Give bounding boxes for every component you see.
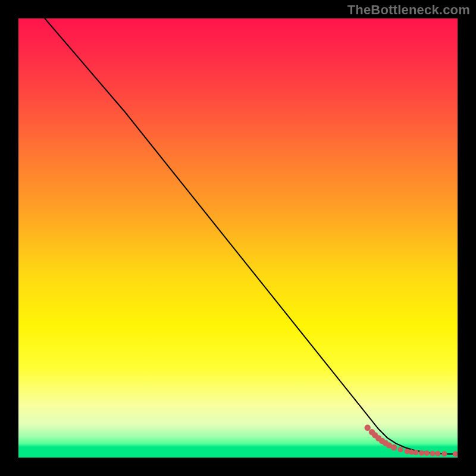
plot-svg bbox=[18, 18, 458, 458]
scatter-dot bbox=[430, 450, 435, 456]
scatter-dot bbox=[453, 452, 458, 457]
scatter-dot bbox=[391, 444, 397, 450]
chart-stage: TheBottleneck.com bbox=[0, 0, 476, 476]
scatter-dot bbox=[365, 425, 371, 431]
scatter-dot bbox=[441, 451, 447, 456]
bottleneck-curve bbox=[45, 18, 458, 454]
scatter-dot bbox=[397, 447, 403, 452]
scatter-dot bbox=[435, 451, 440, 456]
attribution-label: TheBottleneck.com bbox=[347, 2, 470, 18]
scatter-dot bbox=[419, 450, 424, 456]
plot-area bbox=[18, 18, 458, 458]
scatter-dot bbox=[413, 450, 418, 455]
scatter-dot bbox=[424, 450, 430, 456]
